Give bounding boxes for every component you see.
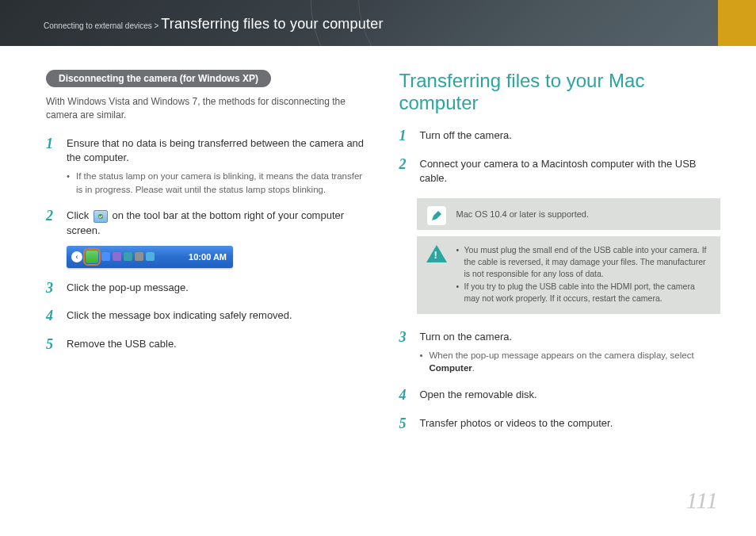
tray-icon xyxy=(146,252,155,261)
step-2: 2 Click on the tool bar at the bottom ri… xyxy=(46,209,368,267)
step-text-before: Click xyxy=(67,209,92,221)
subheading-pill: Disconnecting the camera (for Windows XP… xyxy=(46,70,271,87)
step-5: 5 Remove the USB cable. xyxy=(46,337,368,353)
step-4: 4 Click the message box indicating safel… xyxy=(46,308,368,324)
section-title: Transferring files to your Mac computer xyxy=(399,70,721,114)
step-text: Turn off the camera. xyxy=(420,128,721,143)
svg-point-0 xyxy=(98,214,103,219)
step-text: Click the message box indicating safely … xyxy=(67,308,368,323)
intro-text: With Windows Vista and Windows 7, the me… xyxy=(46,95,368,122)
step-number: 5 xyxy=(399,416,410,432)
tray-icons xyxy=(101,252,155,261)
pen-icon xyxy=(427,206,446,225)
mac-step-4: 4 Open the removable disk. xyxy=(399,388,721,404)
step-number: 4 xyxy=(399,388,410,404)
step-number: 2 xyxy=(399,157,410,186)
content-area: Disconnecting the camera (for Windows XP… xyxy=(0,46,756,445)
step-1: 1 Ensure that no data is being transferr… xyxy=(46,136,368,197)
left-column: Disconnecting the camera (for Windows XP… xyxy=(46,70,368,445)
step-text: Click on the tool bar at the bottom righ… xyxy=(67,209,368,237)
tray-icon xyxy=(135,252,143,261)
taskbar-clock: 10:00 AM xyxy=(189,252,228,262)
step-text: Connect your camera to a Macintosh compu… xyxy=(420,157,721,186)
note-icon xyxy=(425,206,449,225)
sub-text-bold: Computer xyxy=(430,363,472,373)
page-header: Connecting to external devices > Transfe… xyxy=(0,0,756,46)
right-column: Transferring files to your Mac computer … xyxy=(399,70,721,445)
note-box-warning: You must plug the small end of the USB c… xyxy=(417,236,721,313)
alert-triangle-icon xyxy=(426,245,447,262)
warning-item: If you try to plug the USB cable into th… xyxy=(456,281,712,304)
windows-taskbar-example: ‹ 10:00 AM xyxy=(67,246,233,268)
step-text: Remove the USB cable. xyxy=(67,337,368,351)
tray-icon xyxy=(101,252,110,261)
warning-icon xyxy=(425,244,449,263)
step-number: 1 xyxy=(399,128,410,144)
mac-step-5: 5 Transfer photos or videos to the compu… xyxy=(399,416,721,432)
tray-icon xyxy=(124,252,132,261)
breadcrumb-section: Connecting to external devices > xyxy=(44,21,161,30)
page-number: 111 xyxy=(685,487,718,514)
mac-step-1: 1 Turn off the camera. xyxy=(399,128,721,144)
mac-step-2: 2 Connect your camera to a Macintosh com… xyxy=(399,157,721,186)
safely-remove-tray-icon xyxy=(86,251,98,263)
safely-remove-hardware-icon xyxy=(94,210,108,223)
step-sub-bullet: When the pop-up message appears on the c… xyxy=(420,349,721,375)
step-3: 3 Click the pop-up message. xyxy=(46,281,368,297)
step-text: Click the pop-up message. xyxy=(67,281,368,295)
step-sub-bullet: If the status lamp on your camera is bli… xyxy=(67,170,368,196)
step-text-after: on the tool bar at the bottom right of y… xyxy=(67,209,344,235)
warning-item: You must plug the small end of the USB c… xyxy=(456,244,712,279)
mac-step-3: 3 Turn on the camera. When the pop-up me… xyxy=(399,330,721,376)
warning-list: You must plug the small end of the USB c… xyxy=(456,244,712,305)
breadcrumb-page-title: Transferring files to your computer xyxy=(161,16,383,32)
step-number: 3 xyxy=(46,281,57,297)
tray-expand-icon: ‹ xyxy=(71,251,82,262)
tray-icon xyxy=(113,252,121,261)
note-box-info: Mac OS 10.4 or later is supported. xyxy=(417,198,721,230)
step-number: 3 xyxy=(399,330,410,376)
step-text: Turn on the camera. xyxy=(420,330,721,344)
sub-text-after: . xyxy=(472,363,475,373)
step-number: 1 xyxy=(46,136,57,197)
step-text: Ensure that no data is being transferred… xyxy=(67,136,368,165)
step-text: Open the removable disk. xyxy=(420,388,721,402)
sub-text-before: When the pop-up message appears on the c… xyxy=(430,350,694,360)
step-number: 4 xyxy=(46,308,57,324)
step-number: 5 xyxy=(46,337,57,353)
step-number: 2 xyxy=(46,209,57,267)
note-text: Mac OS 10.4 or later is supported. xyxy=(456,209,590,219)
step-text: Transfer photos or videos to the compute… xyxy=(420,416,721,431)
